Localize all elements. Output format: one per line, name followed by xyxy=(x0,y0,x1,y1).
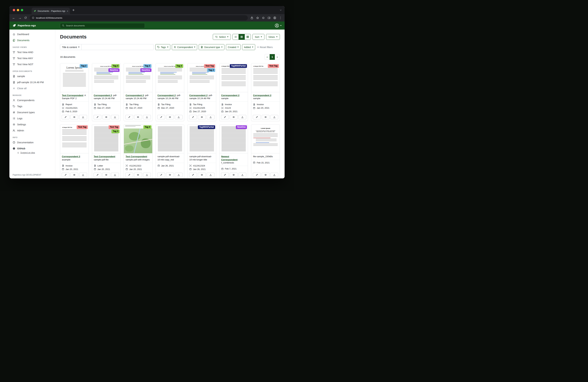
download-button[interactable] xyxy=(143,173,151,177)
extensions-icon[interactable] xyxy=(262,17,265,19)
edit-button[interactable] xyxy=(189,173,197,177)
sidebar-item-suggest-an-idea[interactable]: Suggest an idea xyxy=(9,152,55,155)
document-card[interactable]: Adobe Acrobat PDF Files Tag 3 Correspond… xyxy=(156,63,184,121)
document-correspondent-link[interactable]: Test Correspondent xyxy=(126,155,147,158)
preview-button[interactable] xyxy=(134,173,142,177)
download-button[interactable] xyxy=(238,173,246,177)
document-thumbnail[interactable]: A Simple PDF File Test Tag xyxy=(60,124,89,153)
document-card[interactable]: A Simple PDF File Test Tag Correspondent… xyxy=(251,63,280,121)
sidebar-item-github[interactable]: GitHub xyxy=(9,145,55,152)
sidebar-item-close-all[interactable]: Close all xyxy=(9,85,55,91)
preview-button[interactable] xyxy=(102,173,110,177)
document-card[interactable]: Lorem ipsum Lorem ipsum dolor sit amet, … xyxy=(251,124,280,178)
document-card[interactable]: sample-pdf-download-10-mb copy_red Jan 2… xyxy=(156,124,184,178)
download-button[interactable] xyxy=(143,115,151,119)
browser-profile-icon[interactable] xyxy=(273,17,276,19)
document-card[interactable]: Lorem Ipsum Tag 2 Test Correspondent: A … xyxy=(60,63,89,121)
document-title[interactable]: Correspondent 2: pdf-sample 10.24.48 PM xyxy=(94,94,119,100)
sidebar-item-sample[interactable]: sample xyxy=(9,73,55,79)
page-1-button[interactable]: 1 xyxy=(270,54,275,60)
document-thumbnail[interactable]: Adobe Acrobat PDF Files Tag 2NewOne xyxy=(124,63,152,92)
edit-button[interactable] xyxy=(62,115,69,119)
browser-menu-icon[interactable]: ⋮ xyxy=(279,16,282,20)
document-card[interactable]: Tag 3 Test Correspondent: sample-pdf-wit… xyxy=(124,124,152,178)
download-button[interactable] xyxy=(238,115,246,119)
download-button[interactable] xyxy=(175,115,183,119)
document-correspondent-link[interactable]: Correspondent 2 xyxy=(126,94,144,97)
download-button[interactable] xyxy=(271,173,278,177)
document-correspondent-link[interactable]: Correspondent 2 xyxy=(189,94,208,97)
document-thumbnail[interactable]: Adobe Acrobat PDF Files Tag 3 xyxy=(156,63,184,92)
title-content-dropdown[interactable]: Title & content xyxy=(60,44,82,50)
share-icon[interactable] xyxy=(251,17,253,19)
preview-button[interactable] xyxy=(198,173,206,177)
edit-button[interactable] xyxy=(253,115,261,119)
edit-button[interactable] xyxy=(221,115,229,119)
tag-badge[interactable]: NewOne xyxy=(108,68,120,72)
reset-filters-button[interactable]: × Reset filters xyxy=(257,46,273,49)
edit-button[interactable] xyxy=(157,173,165,177)
document-title[interactable]: Correspondent 2: asample xyxy=(62,155,87,161)
sidebar-item-test-view-any[interactable]: Test View ANY xyxy=(9,55,55,61)
document-thumbnail[interactable]: TagWithPartial xyxy=(188,124,216,153)
download-button[interactable] xyxy=(207,115,214,119)
document-correspondent-link[interactable]: Test Correspondent xyxy=(94,155,115,158)
sidebar-item-test-view-not[interactable]: Test View NOT xyxy=(9,61,55,67)
minimize-window-button[interactable] xyxy=(17,9,19,11)
document-title[interactable]: Test Correspondent: sample-pdf-with-imag… xyxy=(126,155,151,161)
edit-button[interactable] xyxy=(94,115,101,119)
user-menu[interactable] xyxy=(275,23,282,28)
tag-badge[interactable]: Test Tag xyxy=(268,64,279,68)
preview-button[interactable] xyxy=(166,115,174,119)
forward-button[interactable]: → xyxy=(18,16,21,20)
tag-badge[interactable]: Tag 2 xyxy=(80,64,88,68)
site-info-icon[interactable] xyxy=(32,17,34,19)
edit-button[interactable] xyxy=(62,173,69,177)
download-button[interactable] xyxy=(271,115,278,119)
side-panel-icon[interactable] xyxy=(268,17,271,19)
download-button[interactable] xyxy=(111,115,119,119)
tag-badge[interactable]: NewOne xyxy=(140,68,151,72)
document-correspondent-link[interactable]: Correspondent 2 xyxy=(221,94,239,97)
preview-button[interactable] xyxy=(166,173,174,177)
sidebar-item-logs[interactable]: Logs xyxy=(9,115,55,121)
sidebar-item-pdf-sample-10-24-48-pm[interactable]: pdf-sample 10.24.48 PM xyxy=(9,79,55,85)
tab-close-icon[interactable]: × xyxy=(67,10,68,12)
document-title[interactable]: Correspondent 2: pdf-sample 10.24.48 PM xyxy=(126,94,151,100)
edit-button[interactable] xyxy=(126,173,133,177)
document-title[interactable]: Test Correspondent: A Sample PDF 2 xyxy=(62,94,87,100)
bookmark-star-icon[interactable] xyxy=(256,17,259,19)
edit-button[interactable] xyxy=(157,115,165,119)
preview-button[interactable] xyxy=(230,173,237,177)
view-list-button[interactable] xyxy=(232,34,239,40)
maximize-window-button[interactable] xyxy=(21,9,23,11)
download-button[interactable] xyxy=(175,173,183,177)
tag-badge[interactable]: TagWithPartial xyxy=(198,125,215,129)
back-button[interactable]: ← xyxy=(12,16,16,20)
document-title[interactable]: Correspondent 2: sample xyxy=(253,94,278,100)
download-button[interactable] xyxy=(79,173,87,177)
document-title[interactable]: Correspondent 2: sample xyxy=(221,94,246,100)
document-title[interactable]: sample-pdf-download-10-mb-longer-title xyxy=(189,155,214,161)
preview-button[interactable] xyxy=(134,115,142,119)
document-thumbnail[interactable]: Tag 3 xyxy=(124,124,152,153)
address-bar[interactable]: localhost:4200/documents xyxy=(30,15,248,20)
document-card[interactable]: A Simple PDF File Test Tag Correspondent… xyxy=(60,124,89,178)
edit-button[interactable] xyxy=(189,115,197,119)
document-card[interactable]: Adobe Acrobat PDF Files Test TagTag 2 Co… xyxy=(188,63,216,121)
browser-tab[interactable]: Documents - Paperless-ngx × xyxy=(32,8,70,14)
tag-badge[interactable]: NewOne xyxy=(236,125,247,129)
title-content-input[interactable] xyxy=(82,44,154,50)
document-thumbnail[interactable]: Adobe Acrobat PDF Files Tag 3NewOne xyxy=(92,63,121,92)
document-title[interactable]: file-sample_150kBs xyxy=(253,155,278,158)
download-button[interactable] xyxy=(79,115,87,119)
tag-badge[interactable]: Test Tag xyxy=(109,125,120,129)
reload-button[interactable] xyxy=(24,17,27,19)
tag-badge[interactable]: Tag 2 xyxy=(207,68,215,72)
view-details-button[interactable] xyxy=(245,34,251,40)
document-thumbnail[interactable]: A Simple PDF File TagWithPartial xyxy=(220,63,248,92)
views-button[interactable]: Views xyxy=(266,34,280,40)
next-page-button[interactable]: » xyxy=(275,54,280,60)
filter-created-button[interactable]: Created xyxy=(226,44,241,50)
document-card[interactable]: Adobe Acrobat PDF Files Tag 2NewOne Corr… xyxy=(124,63,152,121)
